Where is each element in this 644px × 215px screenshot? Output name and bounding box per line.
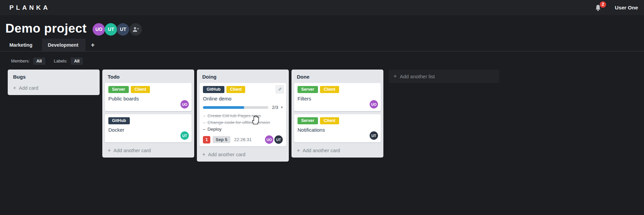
card-title: Notifications bbox=[298, 127, 377, 133]
plus-icon: + bbox=[108, 147, 111, 154]
add-board-button[interactable]: + bbox=[86, 39, 100, 51]
add-card-label: Add another card bbox=[113, 148, 151, 153]
avatar[interactable]: UT bbox=[180, 131, 189, 140]
card-label[interactable]: Server bbox=[298, 117, 318, 124]
project-title[interactable]: Demo project bbox=[5, 22, 87, 36]
notification-count-badge: 1 bbox=[203, 136, 210, 143]
labels-filter-label: Labels: bbox=[54, 59, 67, 63]
card-title: Online demo bbox=[203, 96, 283, 101]
progress-bar bbox=[203, 106, 268, 109]
card-label[interactable]: Client bbox=[320, 86, 339, 93]
avatar[interactable]: UT bbox=[105, 23, 117, 36]
labels-filter-value[interactable]: All bbox=[71, 57, 83, 65]
card-label[interactable]: Server bbox=[298, 86, 318, 93]
notifications-button[interactable]: 2 bbox=[595, 3, 603, 12]
board-tabs: Marketing Development + bbox=[0, 39, 644, 51]
card-filters[interactable]: Server Client Filters UO bbox=[294, 83, 381, 111]
plus-icon: + bbox=[91, 41, 95, 49]
card-title: Public boards bbox=[108, 96, 188, 101]
list-done: Done Server Client Filters UO Server Cli… bbox=[291, 70, 383, 158]
project-members: UO UT UT bbox=[93, 23, 142, 36]
add-card-button[interactable]: + Add another card bbox=[105, 145, 192, 155]
list-doing: Doing ✎ GitHub Client Online demo 2/3 ▾ … bbox=[197, 70, 289, 162]
notification-count-badge: 2 bbox=[600, 1, 606, 8]
plus-icon: + bbox=[13, 85, 16, 91]
task-text: Deploy bbox=[208, 126, 222, 133]
add-member-button[interactable] bbox=[129, 23, 142, 36]
list-title[interactable]: Bugs bbox=[10, 72, 97, 83]
tab-development[interactable]: Development bbox=[42, 39, 86, 51]
list-title[interactable]: Todo bbox=[105, 72, 192, 83]
add-user-icon bbox=[132, 27, 139, 32]
task-text: Create GitHub Pages repo bbox=[208, 113, 261, 119]
edit-card-icon[interactable]: ✎ bbox=[275, 85, 284, 94]
card-label[interactable]: Client bbox=[320, 117, 339, 124]
add-card-label: Add card bbox=[19, 85, 38, 91]
card-notifications[interactable]: Server Client Notifications UT bbox=[294, 114, 381, 142]
add-card-label: Add another card bbox=[303, 148, 340, 153]
add-list-button[interactable]: + Add another list bbox=[389, 70, 499, 83]
card-title: Docker bbox=[108, 127, 188, 133]
card-label[interactable]: Client bbox=[131, 86, 150, 93]
members-filter-label: Members: bbox=[11, 59, 30, 63]
add-card-button[interactable]: + Add card bbox=[10, 83, 97, 92]
task-bullet: – bbox=[203, 119, 206, 126]
chevron-down-icon[interactable]: ▾ bbox=[281, 105, 283, 110]
avatar[interactable]: UT bbox=[370, 131, 378, 140]
avatar[interactable]: UO bbox=[265, 135, 273, 144]
pencil-icon: ✎ bbox=[278, 87, 282, 92]
plus-icon: + bbox=[202, 152, 205, 158]
task-item: – Change code for offline version bbox=[203, 119, 283, 126]
user-menu[interactable]: User One bbox=[615, 5, 638, 11]
tasks-progress: 2/3 ▾ bbox=[203, 105, 283, 110]
tab-marketing[interactable]: Marketing bbox=[0, 39, 42, 51]
list-title[interactable]: Done bbox=[294, 72, 381, 83]
plus-icon: + bbox=[393, 73, 397, 80]
avatar[interactable]: UO bbox=[370, 100, 378, 109]
list-bugs: Bugs + Add card bbox=[8, 70, 100, 95]
avatar[interactable]: UT bbox=[274, 135, 283, 144]
add-card-button[interactable]: + Add another card bbox=[200, 149, 286, 159]
card-public-boards[interactable]: Server Client Public boards UO bbox=[105, 83, 192, 111]
avatar[interactable]: UO bbox=[93, 23, 105, 36]
card-label[interactable]: GitHub bbox=[108, 117, 130, 124]
project-header: Demo project UO UT UT bbox=[0, 15, 644, 37]
card-title: Filters bbox=[298, 96, 377, 101]
add-card-button[interactable]: + Add another card bbox=[294, 145, 381, 155]
card-label[interactable]: Server bbox=[108, 86, 129, 93]
filter-bar: Members: All Labels: All bbox=[0, 51, 644, 66]
tasks-count: 2/3 bbox=[272, 105, 278, 110]
task-bullet: – bbox=[203, 126, 206, 133]
members-filter-value[interactable]: All bbox=[33, 57, 45, 65]
add-list-label: Add another list bbox=[400, 74, 435, 79]
list-todo: Todo Server Client Public boards UO GitH… bbox=[102, 70, 194, 158]
add-card-label: Add another card bbox=[208, 152, 245, 157]
due-date-chip[interactable]: Sep 5 bbox=[213, 136, 230, 143]
task-text: Change code for offline version bbox=[208, 119, 270, 126]
kanban-board: Bugs + Add card Todo Server Client Publi… bbox=[0, 66, 644, 162]
card-label[interactable]: GitHub bbox=[203, 86, 224, 93]
planka-logo: PLANKA bbox=[9, 4, 50, 11]
app-bar: PLANKA 2 User One bbox=[0, 0, 644, 15]
task-list: – Create GitHub Pages repo – Change code… bbox=[203, 113, 283, 133]
avatar[interactable]: UT bbox=[117, 23, 129, 36]
card-label[interactable]: Client bbox=[226, 86, 246, 93]
list-title[interactable]: Doing bbox=[200, 72, 286, 83]
card-online-demo[interactable]: ✎ GitHub Client Online demo 2/3 ▾ – Crea… bbox=[200, 83, 286, 146]
timer-value[interactable]: 22:26:31 bbox=[234, 137, 252, 142]
card-docker[interactable]: GitHub Docker UT bbox=[105, 114, 192, 142]
task-item: – Deploy bbox=[203, 126, 283, 133]
progress-fill bbox=[203, 106, 244, 109]
task-bullet: – bbox=[203, 113, 206, 119]
avatar[interactable]: UO bbox=[180, 100, 189, 109]
plus-icon: + bbox=[297, 147, 300, 154]
card-footer: 1 Sep 5 22:26:31 UO UT bbox=[203, 135, 283, 144]
task-item: – Create GitHub Pages repo bbox=[203, 113, 283, 119]
